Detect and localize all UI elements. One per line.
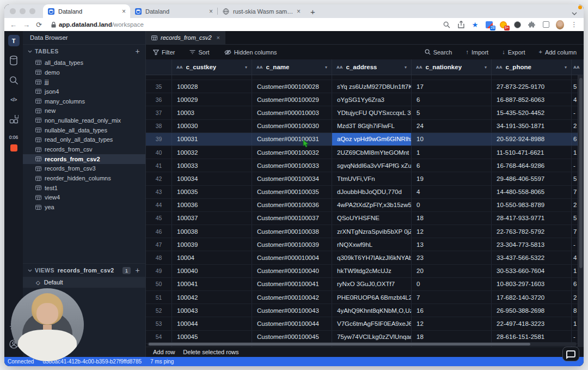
cell-c_custkey[interactable]: 100042 <box>172 291 252 304</box>
cell-c_name[interactable]: Customer#000010004 <box>252 251 332 264</box>
add-column-button[interactable]: + Add column <box>538 49 577 56</box>
cell-c_nationkey[interactable]: 24 <box>412 120 492 132</box>
tabstrip-chevron-icon[interactable] <box>572 12 577 15</box>
cell-c_address[interactable]: sYq zs6UzM927D8Un1ft7KA... <box>332 80 412 93</box>
document-tab[interactable]: records_from_csv2 × <box>146 31 225 44</box>
row-number[interactable]: 40 <box>146 146 172 159</box>
cell-c_custkey[interactable]: 100031 <box>172 133 252 145</box>
table-row[interactable]: 51100042Customer#000100042PHE0RUOP6A 6Bm… <box>146 291 584 304</box>
cell-c_address[interactable]: 2UZ69CbMI8mYteGOMnt icjft <box>332 146 412 159</box>
table-row[interactable]: 40100032Customer#0001000322UZ69CbMI8mYte… <box>146 146 584 159</box>
row-number[interactable]: 44 <box>146 199 172 211</box>
cell-c_phone[interactable]: 15-435-520-4452 <box>492 106 572 119</box>
column-header-c_nationkey[interactable]: AAc_nationkey▾ <box>412 59 492 75</box>
cell-c_phone[interactable]: 28-616-151-2581 <box>492 331 572 343</box>
cell-c_address[interactable]: dJoubbHbJoQDU,770d <box>332 186 412 198</box>
cell-c_nationkey[interactable]: 13 <box>412 238 492 251</box>
cell-c_custkey[interactable]: 100045 <box>172 331 252 343</box>
cell-c_nationkey[interactable]: 6 <box>412 93 492 106</box>
cell-c_nationkey[interactable]: 23 <box>412 251 492 264</box>
forward-icon[interactable]: → <box>23 21 30 28</box>
database-icon[interactable] <box>8 55 19 66</box>
browser-tab[interactable]: Dataland× <box>43 4 130 18</box>
cell-c_nationkey[interactable]: 18 <box>412 331 492 343</box>
cell-c_name[interactable]: Customer#000100038 <box>252 225 332 238</box>
table-row[interactable]: 47100039Customer#000100039rNQXxwf9hL1323… <box>146 238 584 251</box>
extension-sun-icon[interactable]: 9+ <box>499 21 507 29</box>
cell-c_phone[interactable]: 29-486-406-5597 <box>492 172 572 185</box>
cell-c_nationkey[interactable]: 16 <box>412 304 492 317</box>
search-rail-icon[interactable] <box>8 75 19 86</box>
blocks-icon[interactable] <box>8 114 19 125</box>
row-number[interactable]: 37 <box>146 106 172 119</box>
cell-c_address[interactable]: Mzd3T 8Gtjh7iFlwFL <box>332 120 412 132</box>
row-number[interactable]: 36 <box>146 93 172 106</box>
cell-c_address[interactable]: rNQXxwf9hL <box>332 238 412 251</box>
sidebar-item-records_from_csv3[interactable]: records_from_csv3 <box>23 164 145 174</box>
cell-c_phone[interactable]: 27-873-225-9170 <box>492 80 572 93</box>
sidebar-item-yea[interactable]: yea <box>23 202 145 212</box>
sort-button[interactable]: Sort <box>189 49 209 56</box>
cell-c_address[interactable]: zrXNTgNzraSpvib5bXP 0jZAa... <box>332 225 412 238</box>
cell-c_custkey[interactable]: 100034 <box>172 172 252 185</box>
cell-c_name[interactable]: Customer#000100042 <box>252 291 332 304</box>
extension-mail-icon[interactable]: 28 <box>485 21 493 29</box>
cell-c_phone[interactable]: 11-510-471-6621 <box>492 146 572 159</box>
traffic-lights[interactable] <box>4 4 43 18</box>
sidebar-item-demo[interactable]: demo <box>23 68 145 77</box>
cell-c_nationkey[interactable]: 0 <box>412 199 492 211</box>
cell-c_name[interactable]: Customer#000100041 <box>252 278 332 290</box>
cell-c_nationkey[interactable]: 20 <box>412 265 492 277</box>
cell-c_name[interactable]: Customer#000100033 <box>252 159 332 172</box>
cell-c_phone[interactable]: 30-533-660-7604 <box>492 265 572 277</box>
add-table-button[interactable]: + <box>135 47 140 56</box>
cell-c_custkey[interactable]: 100033 <box>172 159 252 172</box>
search-button[interactable]: Search <box>425 49 452 56</box>
browser-tab[interactable]: rust-skia Wasm sample× <box>218 4 305 18</box>
cell-c_name[interactable]: Customer#000010003 <box>252 106 332 119</box>
table-row[interactable]: 52100043Customer#0001000434yAhQ9Khnt8qKN… <box>146 304 584 317</box>
cell-c_address[interactable]: 4wPA2tXdZpFlY,x3b15zw5W... <box>332 199 412 211</box>
table-row[interactable]: 41100033Customer#000100033sgvqNddI6a3vVF… <box>146 159 584 172</box>
cell-c_nationkey[interactable]: 5 <box>412 106 492 119</box>
row-number[interactable]: 41 <box>146 159 172 172</box>
new-tab-button[interactable]: + <box>310 8 315 16</box>
cell-c_address[interactable]: hkTW9tdg2cMcUJz <box>332 265 412 277</box>
extension-clock-icon[interactable] <box>513 21 522 29</box>
row-number[interactable]: 48 <box>146 251 172 264</box>
sidebar-item-jjj[interactable]: jjj <box>23 77 145 87</box>
sidebar-item-many_columns[interactable]: many_columns <box>23 96 145 106</box>
cell-c_nationkey[interactable]: 4 <box>412 186 492 198</box>
cell-c_phone[interactable]: 14-480-558-8065 <box>492 186 572 198</box>
cell-c_nationkey[interactable]: 19 <box>412 172 492 185</box>
cell-c_name[interactable]: Customer#000100043 <box>252 304 332 317</box>
cell-c_name[interactable]: Customer#000100040 <box>252 265 332 277</box>
cell-c_name[interactable]: Customer#000100032 <box>252 146 332 159</box>
stop-recording-button[interactable] <box>10 144 17 151</box>
workspace-avatar[interactable]: T <box>8 35 20 46</box>
row-number[interactable]: 35 <box>146 80 172 93</box>
zoom-window-icon[interactable] <box>29 8 35 14</box>
cell-c_phone[interactable]: 34-191-350-1871 <box>492 120 572 132</box>
column-header-c_custkey[interactable]: AAc_custkey▾ <box>172 59 252 75</box>
cell-c_custkey[interactable]: 10003 <box>172 106 252 119</box>
cell-c_name[interactable]: Customer#000100031 <box>252 133 332 145</box>
cell-c_name[interactable]: Customer#000100034 <box>252 172 332 185</box>
row-number[interactable]: 45 <box>146 212 172 225</box>
code-icon[interactable]: </> <box>8 94 19 105</box>
row-number[interactable]: 38 <box>146 120 172 132</box>
view-item-default[interactable]: ◇ Default <box>23 277 145 288</box>
column-header-c_address[interactable]: AAc_address▾ <box>332 59 412 75</box>
cell-c_phone[interactable]: 17-682-140-3720 <box>492 291 572 304</box>
cell-c_custkey[interactable]: 100044 <box>172 317 252 330</box>
table-row[interactable]: 49100040Customer#000100040hkTW9tdg2cMcUJ… <box>146 265 584 278</box>
cell-c_nationkey[interactable]: 7 <box>412 291 492 304</box>
tab-close-icon[interactable]: × <box>209 8 213 15</box>
row-number[interactable]: 54 <box>146 331 172 343</box>
cell-c_phone[interactable]: 16-887-852-6063 <box>492 93 572 106</box>
cell-c_phone[interactable]: 23-304-773-5813 <box>492 238 572 251</box>
cell-c_nationkey[interactable]: 17 <box>412 80 492 93</box>
tab-close-icon[interactable]: × <box>297 8 301 15</box>
column-header-c_phone[interactable]: AAc_phone▾ <box>492 59 572 75</box>
column-menu-caret-icon[interactable]: ▾ <box>481 65 487 70</box>
